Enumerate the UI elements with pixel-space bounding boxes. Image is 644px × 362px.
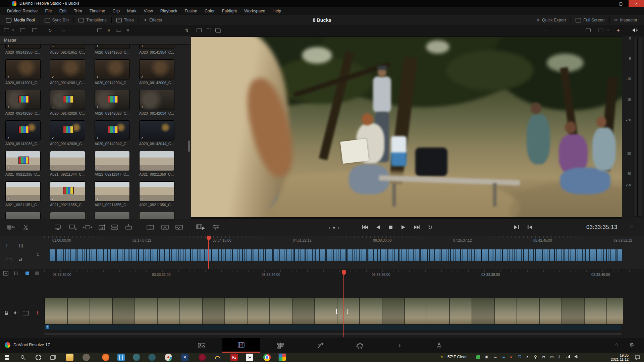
audio-monitor-icon[interactable] [632,27,638,33]
audio-clip-handle-icon[interactable]: + [46,325,49,329]
media-pool-button[interactable]: Media Pool [1,15,40,25]
media-clip[interactable] [95,212,139,219]
disc-burner-icon[interactable] [198,353,206,361]
tray-bluetooth-icon[interactable]: ᛒ [558,355,560,359]
krita-icon[interactable] [164,353,172,361]
play-button[interactable] [401,224,406,231]
close-button[interactable]: × [629,0,644,7]
tab-fusion[interactable] [302,338,339,353]
menu-playback[interactable]: Playback [157,9,181,13]
tab-edit[interactable] [262,338,300,353]
menu-clip[interactable]: Clip [109,9,124,13]
quick-export-button[interactable]: ⬆ Quick Export [532,15,571,25]
timeline-tool-trim-icon[interactable]: ⟨|⟩ [19,243,23,248]
go-to-end-button[interactable] [414,224,421,231]
marker-flag-icon[interactable] [25,272,29,275]
media-clip[interactable]: ♪A020_09142001_C... [5,59,50,90]
media-clip[interactable]: ♪A021_09211356_C... [139,181,184,212]
media-clip[interactable]: ♪A020_09142026_C... [50,90,95,120]
bin-panel-chevron-icon[interactable]: ∨ [10,27,16,33]
card-view-icon[interactable] [97,27,103,33]
chrome-icon[interactable] [263,353,271,361]
opera-icon[interactable] [102,353,110,361]
media-clip[interactable]: ♪A020_09142027_C... [95,90,139,120]
import-folder-icon[interactable] [32,27,38,33]
tray-network-icon[interactable] [566,355,571,360]
split-clips-icon[interactable] [23,224,29,231]
media-clip[interactable] [50,212,95,219]
loop-button[interactable]: ↻ [428,224,432,231]
media-clip[interactable]: ♪A020_09142042_C... [95,120,139,151]
play-reverse-button[interactable] [376,224,380,231]
tray-display-icon[interactable]: ▣ [485,355,488,359]
cortana-icon[interactable] [34,353,42,361]
media-clip[interactable]: ♪A020_09142006_C... [139,59,184,90]
playhead-line-lower[interactable] [343,275,344,337]
mute-track-icon[interactable] [13,311,18,316]
video-editor-icon[interactable]: ✕ [181,353,189,361]
tab-fairlight[interactable]: ♪ [381,338,418,353]
source-overwrite-icon[interactable] [125,224,133,231]
sync-bin-button[interactable]: Sync Bin [40,15,73,25]
import-media-icon[interactable] [19,27,25,33]
shuttle-control[interactable]: ‹ ● › [329,224,340,231]
media-clip[interactable]: ♪A020_09141953_C... [95,45,139,59]
audio-trim-icon[interactable]: [♪] [14,271,18,275]
media-clip[interactable] [139,212,184,219]
titles-button[interactable]: T Titles [112,15,139,25]
menu-view[interactable]: View [140,9,157,13]
match-frame-icon[interactable] [527,224,533,231]
voicemod-icon[interactable] [214,353,222,361]
tab-media[interactable] [183,338,220,353]
media-clip[interactable]: ♪A020_09142039_C... [50,120,95,151]
menu-davinci-resolve[interactable]: DaVinci Resolve [3,9,41,13]
video-track-filmstrip[interactable] [44,298,623,324]
menu-file[interactable]: File [41,9,55,13]
sync-icon[interactable]: ↻ [47,27,53,33]
tool-palette-icon[interactable] [35,272,39,275]
project-settings-gear-icon[interactable]: ⚙ [629,342,634,348]
media-clip[interactable]: ♪A020_09142034_C... [139,90,184,120]
place-on-top-icon[interactable] [111,224,119,231]
tray-battery-icon[interactable]: ▭ [550,355,554,359]
media-clip[interactable]: ♪A021_09211347_C... [95,151,139,181]
video-track-icon[interactable] [23,311,29,315]
obs-icon[interactable] [132,353,141,361]
tray-mic-icon[interactable]: ⚲ [534,355,537,359]
screen-capture-icon[interactable]: ➤ [246,353,254,361]
your-phone-icon[interactable] [117,353,125,361]
video-frame[interactable] [191,37,622,217]
media-clip[interactable]: ♪A020_09142004_C... [95,59,139,90]
trim-handle-right[interactable] [347,309,348,314]
grid-view-icon[interactable]: ⠿ [106,27,112,33]
maximize-button[interactable]: ▢ [613,0,629,7]
resolve-fx-icon[interactable] [598,27,604,33]
timeline-clips-overview[interactable] [49,249,623,261]
inspector-button[interactable]: ✂ Inspector [610,15,642,25]
tab-color[interactable] [341,338,379,353]
add-marker-icon[interactable]: + [3,271,8,276]
full-screen-button[interactable]: Full Screen [571,15,609,25]
audio-track-strip[interactable] [44,325,622,330]
menu-trim[interactable]: Trim [70,9,86,13]
close-up-icon[interactable] [98,224,106,231]
media-clip[interactable]: ♪A020_09142001_C... [50,59,95,90]
render-in-place-icon[interactable] [196,224,206,231]
poster-frame-icon[interactable] [205,27,211,33]
metadata-view-icon[interactable] [215,27,221,33]
tab-cut[interactable] [222,338,260,353]
weather-text[interactable]: 57°F Clear [447,355,467,359]
media-clip[interactable]: ♪A020_09142036_C... [5,120,50,151]
notification-center-icon[interactable] [633,353,641,361]
taskbar-search-icon[interactable] [19,353,27,361]
thumbnail-view-icon[interactable] [196,27,202,33]
media-clip[interactable]: ♪A020_09141954_C... [139,45,184,59]
tray-status-icon[interactable]: ● [510,355,512,359]
menu-help[interactable]: Help [269,9,285,13]
timeline-h-scrollbar[interactable] [44,333,622,335]
media-clip[interactable]: ♪A021_09211350_C... [139,151,184,181]
media-clip[interactable]: ♪A020_09141950_C... [5,45,50,59]
camera-icon[interactable] [585,27,591,33]
media-clip[interactable] [5,212,50,219]
task-view-icon[interactable] [49,353,57,361]
